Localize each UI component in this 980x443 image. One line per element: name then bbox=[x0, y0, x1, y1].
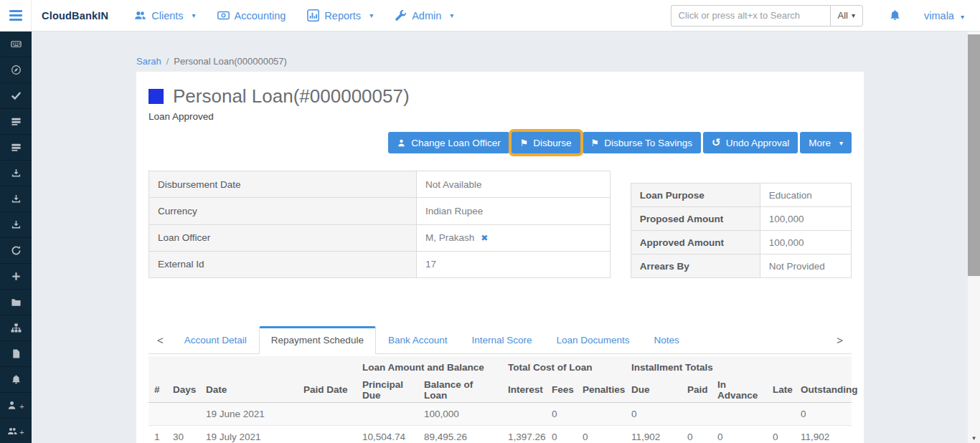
disburse-to-savings-button[interactable]: Disburse To Savings bbox=[583, 132, 701, 153]
refresh-icon bbox=[11, 245, 22, 256]
tab-loan-documents[interactable]: Loan Documents bbox=[545, 327, 642, 353]
tabs-scroll-left[interactable]: < bbox=[149, 328, 172, 352]
tabs-scroll-right[interactable]: > bbox=[828, 328, 852, 352]
nav-reports[interactable]: Reports bbox=[307, 9, 373, 22]
sidebar-item-disburse-2[interactable] bbox=[0, 186, 32, 212]
table-row: Disbursement Date Not Available bbox=[149, 171, 611, 198]
table-row: 1 30 19 July 2021 10,504.74 89,495.26 1,… bbox=[149, 425, 852, 443]
disburse-label: Disburse bbox=[533, 138, 571, 148]
plus-icon bbox=[11, 271, 22, 282]
search-scope-dropdown[interactable]: All bbox=[830, 5, 863, 27]
scrollbar-thumb[interactable] bbox=[968, 34, 980, 276]
loan-details: Disbursement Date Not Available Currency… bbox=[149, 171, 852, 278]
user-menu[interactable]: vimala bbox=[924, 10, 964, 22]
col-in-advance: In Advance bbox=[712, 378, 767, 402]
cell bbox=[767, 402, 795, 425]
tab-account-detail[interactable]: Account Detail bbox=[172, 327, 259, 353]
tab-internal-score[interactable]: Internal Score bbox=[459, 327, 544, 353]
sidebar-item-disburse-3[interactable] bbox=[0, 212, 32, 238]
disburse-to-savings-label: Disburse To Savings bbox=[604, 138, 692, 148]
bell-icon bbox=[11, 374, 22, 385]
sidebar-item-list-2[interactable] bbox=[0, 135, 32, 161]
detail-label: Disbursement Date bbox=[149, 171, 417, 198]
cell bbox=[298, 425, 357, 443]
change-loan-officer-button[interactable]: Change Loan Officer bbox=[388, 132, 509, 153]
sidebar-item-approvals[interactable] bbox=[0, 83, 32, 109]
cell: 0 bbox=[546, 425, 577, 443]
detail-value: M, Prakash bbox=[417, 224, 611, 251]
detail-label: Approved Amount bbox=[631, 231, 760, 254]
main-nav: Clients Accounting Reports Admin bbox=[134, 9, 453, 22]
col-principal-due: Principal Due bbox=[357, 378, 418, 402]
nav-clients[interactable]: Clients bbox=[134, 9, 195, 22]
sidebar-item-add[interactable] bbox=[0, 264, 32, 290]
schedule-column-header-row: # Days Date Paid Date Principal Due Bala… bbox=[149, 378, 852, 402]
breadcrumb-client-link[interactable]: Sarah bbox=[136, 56, 161, 67]
sidebar-item-notifications[interactable] bbox=[0, 367, 32, 393]
tab-notes[interactable]: Notes bbox=[642, 327, 692, 353]
cell bbox=[502, 402, 546, 425]
cell: 0 bbox=[767, 425, 795, 443]
bar-chart-icon bbox=[307, 9, 319, 22]
col-due: Due bbox=[626, 378, 682, 402]
detail-value: 100,000 bbox=[760, 207, 851, 231]
detail-label: Proposed Amount bbox=[631, 207, 760, 231]
more-button[interactable]: More bbox=[800, 132, 852, 153]
nav-clients-label: Clients bbox=[151, 10, 183, 22]
compass-icon bbox=[11, 65, 22, 75]
tab-repayment-schedule[interactable]: Repayment Schedule bbox=[259, 326, 376, 354]
notifications-button[interactable] bbox=[889, 9, 901, 22]
sidebar-item-list-1[interactable] bbox=[0, 109, 32, 135]
detail-label: Loan Officer bbox=[149, 224, 417, 251]
sidebar-item-keyboard[interactable] bbox=[0, 32, 32, 57]
sidebar-item-hierarchy[interactable] bbox=[0, 315, 32, 341]
add-user-icon bbox=[7, 400, 18, 411]
cell bbox=[167, 402, 200, 425]
menu-toggle-button[interactable] bbox=[0, 0, 32, 31]
cell: 100,000 bbox=[418, 402, 502, 425]
tab-bank-account[interactable]: Bank Account bbox=[376, 327, 460, 353]
folder-icon bbox=[11, 297, 22, 308]
table-row: Arrears By Not Provided bbox=[631, 254, 851, 278]
breadcrumb-separator: / bbox=[166, 56, 169, 67]
loan-tabs: < Account Detail Repayment Schedule Bank… bbox=[149, 326, 852, 354]
detail-label: Loan Purpose bbox=[631, 184, 760, 207]
undo-approval-button[interactable]: Undo Approval bbox=[703, 132, 798, 153]
wrench-icon bbox=[395, 9, 407, 22]
sidebar-item-dashboard[interactable] bbox=[0, 57, 32, 83]
banknote-icon bbox=[217, 9, 230, 22]
detail-label: External Id bbox=[149, 251, 417, 277]
sidebar-item-disburse-1[interactable] bbox=[0, 161, 32, 186]
sidebar-item-refresh[interactable] bbox=[0, 238, 32, 264]
rows-icon bbox=[11, 142, 22, 153]
table-row: External Id 17 bbox=[149, 251, 611, 277]
cell: 30 bbox=[167, 425, 200, 443]
sidebar-item-add-client[interactable] bbox=[0, 393, 32, 419]
nav-accounting[interactable]: Accounting bbox=[217, 9, 286, 22]
table-row: Currency Indian Rupee bbox=[149, 198, 611, 224]
sitemap-icon bbox=[11, 323, 22, 333]
nav-admin[interactable]: Admin bbox=[395, 9, 453, 22]
remove-loan-officer-icon[interactable] bbox=[481, 233, 488, 243]
search-input[interactable] bbox=[671, 5, 830, 27]
col-balance: Balance of Loan bbox=[418, 378, 502, 402]
scrollbar-down-arrow[interactable] bbox=[968, 434, 980, 442]
sidebar-item-documents[interactable] bbox=[0, 341, 32, 367]
flag-icon bbox=[520, 138, 529, 148]
disburse-button[interactable]: Disburse bbox=[512, 132, 580, 153]
detail-value: Education bbox=[760, 184, 851, 207]
sidebar-item-files[interactable] bbox=[0, 290, 32, 315]
detail-value: Not Available bbox=[417, 171, 611, 198]
cell: 0 bbox=[682, 425, 712, 443]
bell-icon bbox=[889, 9, 901, 22]
cell: 0 bbox=[626, 402, 682, 425]
page-title: Personal Loan(#000000057) bbox=[173, 85, 410, 108]
loan-card: Personal Loan(#000000057) Loan Approved … bbox=[136, 72, 864, 443]
table-row: Approved Amount 100,000 bbox=[631, 231, 851, 254]
left-sidebar bbox=[0, 32, 32, 443]
sidebar-item-add-group[interactable] bbox=[0, 419, 32, 443]
detail-label: Currency bbox=[149, 198, 417, 224]
cell: 0 bbox=[577, 425, 626, 443]
vertical-scrollbar[interactable] bbox=[968, 32, 980, 443]
breadcrumb-current: Personal Loan(000000057) bbox=[174, 56, 287, 67]
